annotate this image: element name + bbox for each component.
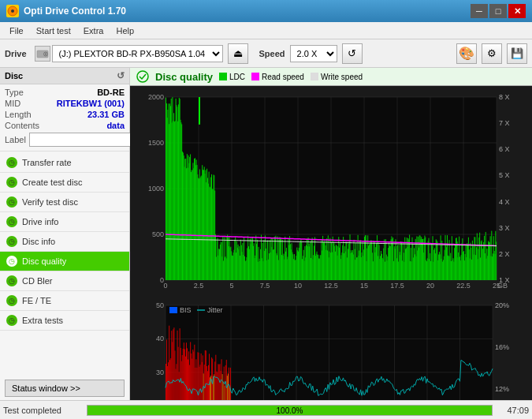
toolbar: Drive (J:) PLEXTOR BD-R PX-B950SA 1.04 ⏏… <box>0 39 532 68</box>
disc-quality-icon: ◷ <box>6 256 17 267</box>
disc-quality-header: Disc quality LDC Read speed Write speed <box>130 68 532 86</box>
legend-read-speed-color <box>251 73 259 80</box>
disc-refresh-icon[interactable]: ↺ <box>117 70 125 81</box>
charts-area <box>130 86 532 400</box>
nav-cd-bler[interactable]: ◷ CD Bler <box>0 271 129 291</box>
legend-write-speed-color <box>311 73 318 80</box>
nav-disc-quality[interactable]: ◷ Disc quality <box>0 252 129 271</box>
svg-point-1 <box>11 9 14 13</box>
disc-quality-title: Disc quality <box>155 71 213 83</box>
color-button[interactable]: 🎨 <box>456 43 477 64</box>
disc-info-icon: ◷ <box>6 236 17 247</box>
nav-fe-te[interactable]: ◷ FE / TE <box>0 291 129 311</box>
svg-point-4 <box>45 53 47 54</box>
disc-info-section: Type BD-RE MID RITEKBW1 (001) Length 23.… <box>0 84 129 152</box>
speed-select[interactable]: 2.0 X 1.0 X 4.0 X MAX <box>290 45 337 62</box>
nav-drive-info[interactable]: ◷ Drive info <box>0 212 129 232</box>
label-label: Label <box>5 135 26 144</box>
disc-length-row: Length 23.31 GB <box>5 110 125 119</box>
main-area: Disc ↺ Type BD-RE MID RITEKBW1 (001) Len… <box>0 68 532 400</box>
time-display: 47:09 <box>497 406 529 415</box>
lower-chart <box>130 294 532 400</box>
contents-label: Contents <box>5 121 39 130</box>
left-panel: Disc ↺ Type BD-RE MID RITEKBW1 (001) Len… <box>0 68 130 400</box>
progress-text: 100.0% <box>277 406 303 414</box>
nav-transfer-rate[interactable]: ◷ Transfer rate <box>0 153 129 173</box>
status-text: Test completed <box>3 406 82 415</box>
disc-type-row: Type BD-RE <box>5 88 125 97</box>
menu-extra[interactable]: Extra <box>77 24 110 37</box>
menu-bar: File Start test Extra Help <box>0 22 532 39</box>
window-controls: ─ □ ✕ <box>471 4 526 18</box>
extra-tests-icon: ◷ <box>6 315 17 326</box>
title-bar: Opti Drive Control 1.70 ─ □ ✕ <box>0 0 532 22</box>
upper-chart <box>130 86 532 294</box>
drive-icon <box>35 46 50 62</box>
menu-start-test[interactable]: Start test <box>30 24 77 37</box>
fe-te-icon: ◷ <box>6 295 17 306</box>
verify-test-disc-icon: ◷ <box>6 196 17 208</box>
cd-bler-icon: ◷ <box>6 275 17 286</box>
right-panel: Disc quality LDC Read speed Write speed <box>130 68 532 400</box>
drive-label: Drive <box>5 49 27 58</box>
mid-label: MID <box>5 99 20 108</box>
disc-contents-row: Contents data <box>5 121 125 130</box>
drive-info-icon: ◷ <box>6 216 17 227</box>
contents-value: data <box>106 121 125 130</box>
nav-disc-info[interactable]: ◷ Disc info <box>0 232 129 252</box>
nav-create-test-disc[interactable]: ◷ Create test disc <box>0 173 129 193</box>
refresh-button[interactable]: ↺ <box>342 43 363 64</box>
length-value: 23.31 GB <box>87 110 125 119</box>
status-bar: Test completed 100.0% 47:09 <box>0 400 532 419</box>
label-input[interactable] <box>29 133 134 147</box>
menu-help[interactable]: Help <box>110 24 140 37</box>
type-label: Type <box>5 88 24 97</box>
legend-ldc: LDC <box>219 73 245 81</box>
status-window-button[interactable]: Status window >> <box>5 380 125 397</box>
speed-label: Speed <box>259 49 285 58</box>
app-icon <box>6 5 19 17</box>
drive-select[interactable]: (J:) PLEXTOR BD-R PX-B950SA 1.04 <box>52 45 223 62</box>
type-value: BD-RE <box>97 88 125 97</box>
menu-file[interactable]: File <box>3 24 30 37</box>
window-title: Opti Drive Control 1.70 <box>24 6 126 17</box>
close-button[interactable]: ✕ <box>508 4 526 18</box>
disc-section-header: Disc ↺ <box>0 68 129 84</box>
legend-ldc-color <box>219 73 227 80</box>
disc-header-label: Disc <box>5 71 23 80</box>
length-label: Length <box>5 110 32 119</box>
disc-mid-row: MID RITEKBW1 (001) <box>5 99 125 108</box>
nav-verify-test-disc[interactable]: ◷ Verify test disc <box>0 193 129 212</box>
disc-quality-icon-large <box>136 70 149 83</box>
save-button[interactable]: 💾 <box>507 43 527 64</box>
maximize-button[interactable]: □ <box>489 4 507 18</box>
svg-point-5 <box>137 71 148 82</box>
drive-selector-group: (J:) PLEXTOR BD-R PX-B950SA 1.04 <box>35 45 223 62</box>
disc-label-row: Label ⚙ <box>5 132 125 148</box>
settings-button[interactable]: ⚙ <box>482 43 502 64</box>
transfer-rate-icon: ◷ <box>6 157 17 168</box>
legend-read-speed: Read speed <box>251 73 304 81</box>
create-test-disc-icon: ◷ <box>6 177 17 188</box>
progress-bar-container: 100.0% <box>87 405 493 416</box>
nav-menu: ◷ Transfer rate ◷ Create test disc ◷ Ver… <box>0 152 129 376</box>
eject-button[interactable]: ⏏ <box>228 43 248 64</box>
nav-extra-tests[interactable]: ◷ Extra tests <box>0 311 129 331</box>
mid-value: RITEKBW1 (001) <box>57 99 125 108</box>
minimize-button[interactable]: ─ <box>471 4 488 18</box>
legend-write-speed: Write speed <box>311 73 363 81</box>
